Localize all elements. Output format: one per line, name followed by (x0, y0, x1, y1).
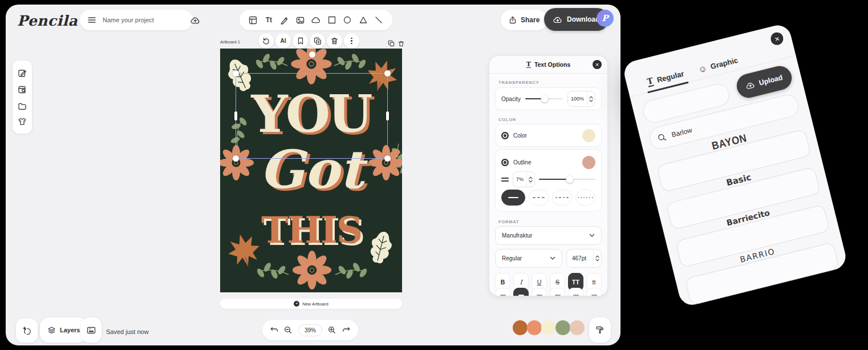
text-options-panel: T Text Options × TRANSPARENCY Opacity 10… (489, 56, 607, 296)
tab-graphic[interactable]: ☺ Graphic (696, 51, 740, 79)
palette-swatch-1[interactable] (513, 320, 528, 335)
outline-ring-icon (501, 159, 509, 166)
chevron-down-icon (589, 234, 595, 238)
text-serif-icon: T (646, 77, 654, 87)
ai-button[interactable]: AI (275, 33, 291, 49)
undo-icon[interactable] (270, 327, 278, 333)
palette-swatch-5[interactable] (570, 320, 585, 335)
tab-regular[interactable]: T Regular (645, 65, 686, 92)
copy-plus-icon (314, 37, 322, 45)
cloud-upload-icon[interactable] (190, 17, 200, 24)
text-tool-icon[interactable]: Tt (263, 14, 274, 26)
zoom-controls: 39% (262, 320, 358, 340)
square-tool-icon[interactable] (326, 14, 338, 26)
artboard-label: Artboard 1 (220, 39, 240, 45)
hamburger-menu-icon[interactable] (88, 17, 96, 23)
selection-handle-bl[interactable] (233, 155, 239, 162)
outline-label: Outline (513, 159, 578, 166)
font-size-box[interactable]: 467pt (566, 249, 602, 268)
compose-icon[interactable] (18, 69, 27, 78)
outline-color-swatch[interactable] (582, 156, 595, 169)
transparency-section-label: TRANSPARENCY (498, 80, 540, 85)
tshirt-icon[interactable] (18, 118, 27, 126)
share-button[interactable]: Share (501, 10, 547, 30)
recolor-button[interactable] (589, 317, 611, 343)
delete-button[interactable] (327, 33, 342, 49)
outline-width-slider[interactable] (539, 179, 595, 180)
magic-select-button[interactable] (16, 319, 38, 343)
selection-handle-br[interactable] (384, 155, 391, 162)
selection-box[interactable] (236, 73, 388, 159)
zoom-out-icon[interactable] (284, 326, 292, 334)
align-button-6[interactable] (586, 288, 602, 296)
align-button-2[interactable] (513, 288, 529, 296)
align-button-5[interactable] (568, 288, 583, 296)
line-style-dotted[interactable] (575, 190, 595, 206)
new-artboard-button[interactable]: + New Artboard (220, 299, 402, 309)
zoom-level-value[interactable]: 39% (298, 324, 322, 336)
font-family-select[interactable]: Manufraktur (495, 226, 602, 245)
reset-rotate-button[interactable] (258, 33, 274, 49)
outline-width-box[interactable]: 7% (513, 171, 535, 187)
more-options-button[interactable] (344, 33, 359, 49)
fill-color-swatch[interactable] (582, 129, 595, 142)
align-button-1[interactable] (495, 288, 510, 296)
close-panel-button[interactable]: × (593, 60, 602, 69)
align-button-3[interactable] (532, 288, 547, 296)
line-style-dash-large[interactable] (529, 190, 549, 206)
image-frame-icon (87, 327, 96, 334)
layout-tool-icon[interactable] (248, 14, 259, 26)
line-style-solid[interactable] (501, 190, 525, 206)
palette-swatch-3[interactable] (541, 320, 556, 335)
font-family-value: Manufraktur (502, 232, 532, 239)
line-tool-icon[interactable] (373, 14, 384, 26)
paint-roller-icon (595, 325, 605, 335)
image-tool-icon[interactable] (294, 14, 306, 26)
selection-rotate-handle[interactable] (309, 51, 315, 58)
folder-icon[interactable] (18, 102, 27, 110)
mockup-button[interactable] (81, 317, 102, 343)
opacity-slider[interactable] (525, 98, 563, 100)
circle-tool-icon[interactable] (342, 14, 353, 26)
template-search-icon[interactable] (18, 85, 27, 94)
layers-label: Layers (60, 327, 80, 333)
cloud-tool-icon[interactable] (310, 14, 322, 26)
outline-width-stepper[interactable] (526, 172, 534, 187)
account-avatar[interactable]: P (597, 10, 614, 27)
font-size-stepper[interactable] (593, 250, 601, 267)
outline-width-value: 7% (513, 176, 526, 182)
selection-handle-tr[interactable] (384, 70, 391, 77)
selection-handle-right[interactable] (386, 111, 389, 120)
triangle-tool-icon[interactable] (358, 14, 369, 26)
opacity-stepper[interactable] (587, 91, 595, 106)
palette-swatch-2[interactable] (527, 320, 542, 335)
opacity-label: Opacity (501, 96, 521, 102)
font-weight-select[interactable]: Regular (495, 249, 562, 268)
opacity-value-box[interactable]: 100% (567, 91, 595, 107)
save-status: Saved just now (106, 328, 149, 335)
opacity-control: Opacity 100% (495, 87, 602, 110)
delete-artboard-icon[interactable] (398, 41, 404, 47)
duplicate-artboard-icon[interactable] (388, 40, 395, 47)
palette-swatch-4[interactable] (555, 320, 570, 335)
share-label: Share (521, 16, 540, 24)
layers-button[interactable]: Layers (40, 317, 87, 343)
align-button-4[interactable] (550, 288, 565, 296)
bookmark-button[interactable] (293, 33, 308, 49)
pen-tool-icon[interactable] (279, 14, 290, 26)
fill-color-row[interactable]: Color (495, 124, 602, 147)
share-icon (509, 16, 517, 24)
cloud-upload-icon (745, 81, 755, 90)
kebab-menu-icon (351, 38, 352, 45)
project-name-input[interactable] (102, 16, 185, 24)
selection-handle-tl[interactable] (233, 70, 239, 77)
selection-handle-left[interactable] (234, 111, 237, 120)
redo-icon[interactable] (342, 327, 351, 333)
duplicate-button[interactable] (310, 33, 325, 49)
outline-control: Outline 7% (495, 149, 602, 212)
zoom-in-icon[interactable] (328, 326, 336, 334)
format-section-label: FORMAT (498, 219, 519, 224)
line-style-dash-medium[interactable] (552, 190, 572, 206)
project-name-field[interactable] (80, 10, 193, 30)
tab-graphic-label: Graphic (709, 56, 739, 71)
